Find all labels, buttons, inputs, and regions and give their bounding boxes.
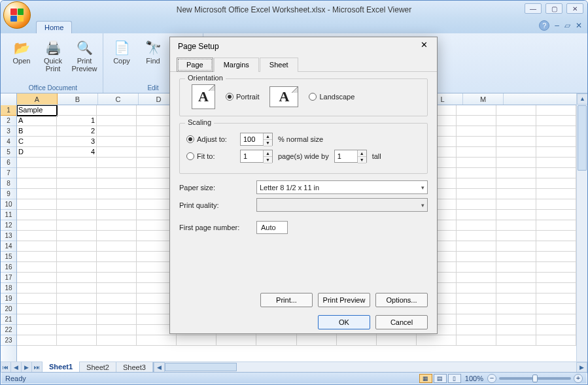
cell[interactable] — [496, 325, 536, 335]
cell[interactable] — [97, 335, 137, 346]
cell[interactable] — [17, 283, 57, 293]
view-page-layout-button[interactable]: ▤ — [434, 374, 447, 383]
cell[interactable] — [536, 252, 576, 262]
cell[interactable] — [496, 314, 536, 325]
cell[interactable] — [496, 158, 536, 168]
cell[interactable] — [457, 335, 496, 346]
sheet-nav-last[interactable]: ⏭ — [32, 362, 43, 373]
select-all-corner[interactable] — [1, 93, 17, 105]
office-button[interactable] — [3, 1, 31, 29]
scroll-up-icon[interactable]: ▲ — [577, 93, 587, 105]
scroll-right-icon[interactable]: ▶ — [576, 362, 587, 373]
cell[interactable] — [57, 178, 97, 189]
cell[interactable] — [536, 199, 576, 210]
cell[interactable] — [496, 283, 536, 293]
cell[interactable] — [97, 304, 137, 314]
cell[interactable] — [57, 189, 97, 199]
cell[interactable] — [57, 304, 97, 314]
cell[interactable] — [57, 168, 97, 178]
cell[interactable] — [496, 126, 536, 137]
cell[interactable] — [57, 241, 97, 252]
cell[interactable] — [496, 210, 536, 220]
cell[interactable] — [17, 168, 57, 178]
cell[interactable] — [536, 189, 576, 199]
dialog-close-button[interactable]: ✕ — [416, 40, 432, 53]
zoom-slider-knob[interactable] — [532, 375, 538, 382]
cell[interactable] — [177, 335, 216, 346]
cell[interactable]: C — [17, 137, 57, 147]
cell[interactable] — [97, 189, 137, 199]
options-button[interactable]: Options... — [375, 293, 428, 307]
cell[interactable] — [496, 199, 536, 210]
landscape-radio[interactable]: Landscape — [309, 93, 355, 101]
sheet-nav-prev[interactable]: ◀ — [11, 362, 22, 373]
row-header[interactable]: 23 — [1, 335, 16, 346]
zoom-level[interactable]: 100% — [465, 375, 483, 382]
column-header[interactable]: A — [17, 93, 58, 105]
ok-button[interactable]: OK — [318, 315, 370, 329]
cell[interactable] — [536, 147, 576, 158]
cell[interactable] — [457, 137, 496, 147]
cell[interactable] — [457, 126, 496, 137]
fit-tall-input[interactable] — [335, 150, 357, 162]
cell[interactable] — [536, 137, 576, 147]
view-normal-button[interactable]: ▦ — [419, 374, 432, 383]
cell[interactable] — [496, 220, 536, 231]
row-header[interactable]: 2 — [1, 116, 16, 126]
row-header[interactable]: 13 — [1, 231, 16, 241]
row-header[interactable]: 5 — [1, 147, 16, 158]
spin-down-icon[interactable]: ▼ — [264, 140, 272, 146]
cell[interactable] — [457, 105, 496, 116]
cell[interactable] — [17, 178, 57, 189]
sheet-tab-2[interactable]: Sheet2 — [80, 362, 116, 373]
cell[interactable] — [17, 273, 57, 283]
cell[interactable] — [17, 158, 57, 168]
cell[interactable]: 3 — [57, 137, 97, 147]
cell[interactable] — [97, 126, 137, 137]
cell[interactable]: B — [17, 126, 57, 137]
cell[interactable] — [97, 199, 137, 210]
cell[interactable] — [496, 178, 536, 189]
row-header[interactable]: 21 — [1, 314, 16, 325]
cell[interactable] — [17, 293, 57, 304]
cell[interactable] — [457, 304, 496, 314]
cell[interactable] — [17, 231, 57, 241]
fit-wide-input[interactable] — [241, 150, 263, 162]
cell[interactable] — [496, 252, 536, 262]
cell[interactable] — [496, 105, 536, 116]
inner-close-icon[interactable]: ✕ — [576, 21, 582, 30]
cell[interactable] — [97, 220, 137, 231]
cell[interactable] — [457, 283, 496, 293]
inner-minimize-icon[interactable]: – — [555, 21, 559, 30]
cell[interactable] — [496, 168, 536, 178]
print-preview-dialog-button[interactable]: Print Preview — [318, 293, 370, 307]
cell[interactable] — [17, 335, 57, 346]
cell[interactable] — [57, 325, 97, 335]
cell[interactable] — [256, 335, 296, 346]
minimize-button[interactable]: — — [525, 3, 542, 14]
cell[interactable] — [337, 335, 377, 346]
cell[interactable] — [57, 314, 97, 325]
cell[interactable] — [97, 241, 137, 252]
cell[interactable] — [536, 314, 576, 325]
cell[interactable] — [97, 116, 137, 126]
fit-tall-spinner[interactable]: ▲▼ — [334, 150, 367, 163]
cell[interactable] — [57, 105, 97, 116]
cell[interactable] — [496, 293, 536, 304]
print-quality-select[interactable]: ▾ — [256, 198, 428, 212]
cell[interactable] — [97, 314, 137, 325]
row-header[interactable]: 17 — [1, 273, 16, 283]
cell[interactable] — [457, 273, 496, 283]
print-preview-button[interactable]: 🔍Print Preview — [70, 37, 99, 74]
row-header[interactable]: 1 — [1, 105, 16, 116]
cell[interactable] — [57, 252, 97, 262]
cell[interactable] — [496, 273, 536, 283]
cell[interactable] — [97, 283, 137, 293]
cell[interactable] — [536, 210, 576, 220]
cell[interactable] — [496, 137, 536, 147]
dialog-tab-margins[interactable]: Margins — [214, 58, 259, 72]
cell[interactable] — [57, 220, 97, 231]
cell[interactable] — [216, 335, 256, 346]
cell[interactable] — [536, 293, 576, 304]
spin-down-icon[interactable]: ▼ — [264, 157, 272, 163]
